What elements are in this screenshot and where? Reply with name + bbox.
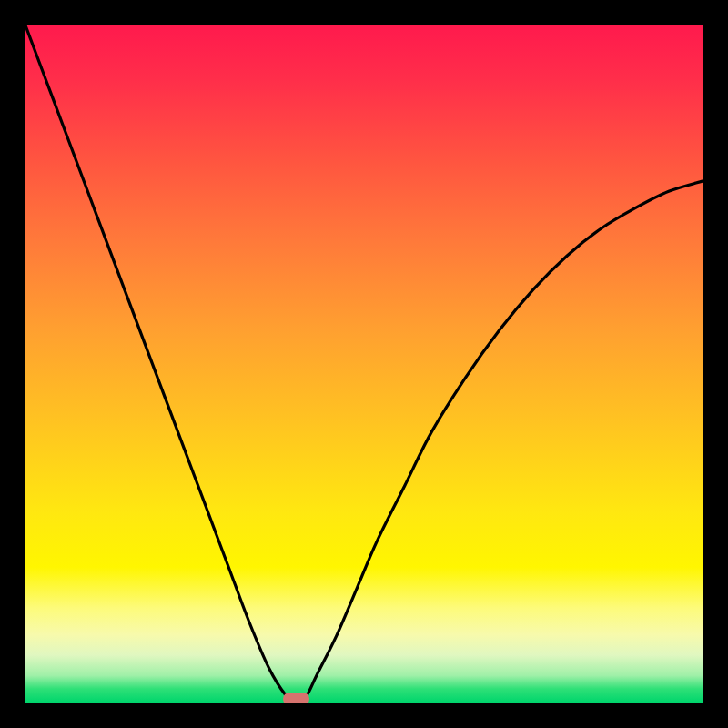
chart-frame (0, 0, 728, 728)
